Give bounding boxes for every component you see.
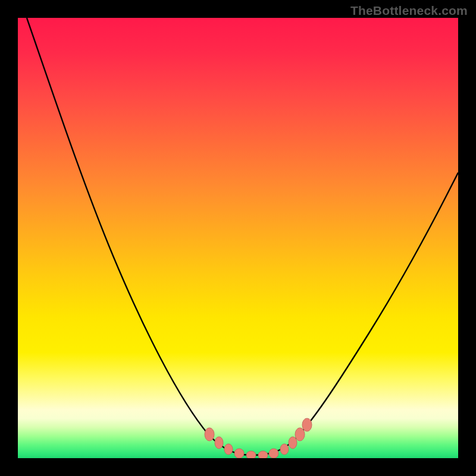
watermark-text: TheBottleneck.com (350, 4, 468, 18)
chart-frame: TheBottleneck.com (0, 0, 476, 476)
gradient-background (18, 18, 458, 458)
